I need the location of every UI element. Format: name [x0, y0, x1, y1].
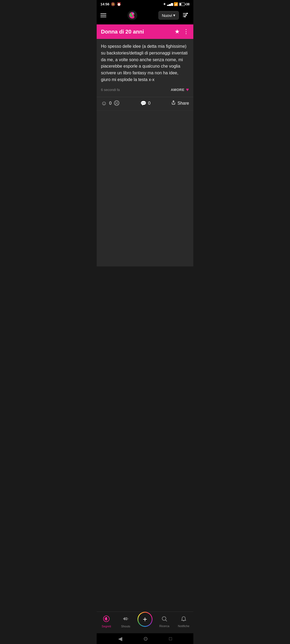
sort-button[interactable]: Nuovi ▾: [158, 11, 179, 20]
share-button[interactable]: Share: [171, 100, 189, 106]
post-header: Donna di 20 anni ★ ⋮: [97, 24, 193, 39]
svg-point-2: [133, 14, 133, 14]
status-right: ✦ ▂▄▆ 📶 38: [163, 2, 190, 6]
post-category-title: Donna di 20 anni: [101, 29, 144, 35]
logo-icon: [126, 9, 138, 21]
post-actions: ☺ 0 ☹ 💬 0 Share: [97, 97, 193, 111]
post-meta: 6 secondi fa AMORE ♥: [101, 87, 189, 93]
post-card: Donna di 20 anni ★ ⋮ Ho spesso delle ide…: [97, 24, 193, 111]
time: 14:56: [100, 2, 109, 6]
love-label: AMORE: [171, 88, 184, 92]
share-icon: [171, 100, 176, 106]
heart-icon: ♥: [186, 87, 189, 93]
happy-count: 0: [109, 101, 111, 106]
happy-reaction-button[interactable]: ☺: [101, 100, 107, 107]
favorite-button[interactable]: ★: [175, 28, 180, 35]
svg-point-8: [184, 16, 186, 17]
bluetooth-icon: ✦: [163, 2, 166, 6]
post-reactions: ☺ 0 ☹: [101, 100, 120, 107]
filter-icon: [182, 12, 189, 18]
alarm-icon: ⏰: [117, 2, 121, 6]
sort-arrow: ▾: [173, 13, 175, 18]
hamburger-menu-button[interactable]: [100, 13, 106, 17]
love-button[interactable]: AMORE ♥: [171, 87, 189, 93]
more-options-button[interactable]: ⋮: [183, 28, 189, 35]
silent-icon: 🔕: [111, 2, 115, 6]
post-time: 6 secondi fa: [101, 88, 120, 92]
app-logo: [126, 9, 138, 21]
comment-count: 0: [148, 101, 150, 106]
header-actions: Nuovi ▾: [158, 11, 190, 20]
wifi-icon: 📶: [174, 2, 178, 6]
share-label: Share: [177, 101, 189, 106]
post-header-actions: ★ ⋮: [175, 28, 189, 35]
post-text: Ho spesso delle idee (a detta mia fighis…: [101, 43, 189, 83]
signal-icon: ▂▄▆: [167, 2, 173, 6]
svg-point-7: [185, 14, 187, 16]
sort-label: Nuovi: [162, 13, 172, 18]
battery-icon: [179, 3, 185, 6]
sad-reaction-button[interactable]: ☹: [114, 100, 120, 107]
page-content: Donna di 20 anni ★ ⋮ Ho spesso delle ide…: [97, 24, 193, 301]
filter-button[interactable]: [181, 11, 190, 20]
empty-content-area: [97, 111, 193, 266]
status-bar: 14:56 🔕 ⏰ ✦ ▂▄▆ 📶 38: [97, 0, 193, 7]
app-header: Nuovi ▾: [97, 7, 193, 24]
status-left: 14:56 🔕 ⏰: [100, 2, 121, 6]
svg-point-6: [186, 13, 188, 14]
post-body: Ho spesso delle idee (a detta mia fighis…: [97, 39, 193, 97]
comment-icon: 💬: [140, 100, 146, 106]
comments-button[interactable]: 💬 0: [140, 100, 150, 106]
battery-percent: 38: [186, 2, 190, 6]
